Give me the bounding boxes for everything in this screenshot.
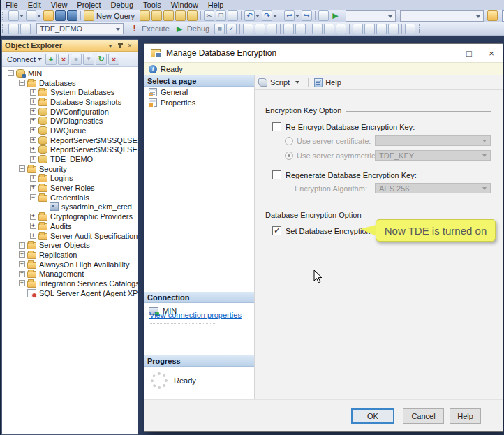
dialog-titlebar[interactable]: Manage Database Encryption — □ × <box>144 44 503 62</box>
execute-button[interactable]: Execute <box>142 24 170 33</box>
paste-icon[interactable] <box>228 10 238 21</box>
tree-row[interactable]: sysadmin_ekm_cred <box>2 202 138 212</box>
connect-icon[interactable] <box>45 54 57 65</box>
menu-item[interactable]: View <box>46 0 73 10</box>
menu-item[interactable]: Window <box>166 0 203 10</box>
include-actual-plan-icon[interactable] <box>295 24 306 34</box>
dmx-query-icon[interactable] <box>175 10 186 21</box>
tree-row[interactable]: DWDiagnostics <box>2 116 138 126</box>
results-to-grid-icon[interactable] <box>324 24 334 34</box>
tree-row[interactable]: MIN <box>2 68 138 78</box>
tree-item-label[interactable]: Server Objects <box>39 241 90 249</box>
menu-item[interactable]: Project <box>72 0 105 10</box>
tree-expander[interactable] <box>19 80 25 86</box>
menu-item[interactable]: Edit <box>23 0 46 10</box>
tree-item-label[interactable]: Databases <box>39 79 76 87</box>
tree-item-label[interactable]: TDE_DEMO <box>50 155 93 163</box>
specify-template-values-icon[interactable] <box>283 24 294 34</box>
tree-expander[interactable] <box>8 70 14 76</box>
tree-item-label[interactable]: Logins <box>50 174 73 182</box>
navigate-back-icon[interactable] <box>284 10 295 21</box>
tree-expander[interactable] <box>30 233 36 239</box>
tree-item-label[interactable]: Credentials <box>50 193 89 202</box>
tree-expander[interactable] <box>30 108 36 115</box>
new-query-icon[interactable] <box>84 10 94 21</box>
tree-row[interactable]: TDE_DEMO <box>2 154 138 164</box>
tree-row[interactable]: ReportServer$MSSQLSERVER <box>2 135 138 145</box>
stop-icon[interactable] <box>71 54 82 65</box>
new-query-button[interactable]: New Query <box>96 12 135 20</box>
tree-item-label[interactable]: sysadmin_ekm_cred <box>61 202 132 211</box>
activity-monitor-icon[interactable] <box>318 10 329 21</box>
tree-expander[interactable] <box>30 98 36 105</box>
window-position-icon[interactable]: ▾ <box>105 41 115 50</box>
tree-row[interactable]: Management <box>2 269 138 279</box>
new-connection-icon[interactable] <box>8 10 19 21</box>
tree-item-label[interactable]: System Databases <box>50 88 114 96</box>
cut-icon[interactable] <box>204 10 214 21</box>
toolbar-overflow-icon[interactable] <box>419 24 422 33</box>
execute-icon[interactable] <box>129 24 140 34</box>
tree-expander[interactable] <box>30 194 36 200</box>
design-query-icon[interactable] <box>255 24 265 34</box>
close-icon[interactable]: × <box>480 45 503 61</box>
maximize-icon[interactable]: □ <box>458 45 480 61</box>
help-toolbar-button[interactable]: Help <box>325 78 341 87</box>
tree-expander[interactable] <box>30 147 36 153</box>
tree-item-label[interactable]: AlwaysOn High Availability <box>39 260 129 269</box>
disconnect-icon[interactable] <box>58 54 69 65</box>
save-results-icon[interactable] <box>267 24 277 34</box>
help-button[interactable]: Help <box>450 408 481 424</box>
database-engine-query-icon[interactable] <box>151 10 162 21</box>
tree-row[interactable]: Server Roles <box>2 183 138 193</box>
tree-row[interactable]: AlwaysOn High Availability <box>2 260 138 270</box>
new-query-icon[interactable] <box>140 10 150 21</box>
reencrypt-checkbox[interactable] <box>272 122 281 131</box>
undo-icon[interactable] <box>244 10 255 21</box>
tree-item-label[interactable]: SQL Server Agent (Agent XPs disabl <box>39 289 138 297</box>
open-file-icon[interactable] <box>43 10 54 21</box>
change-connection-icon[interactable] <box>8 24 19 34</box>
tree-expander[interactable] <box>30 185 36 191</box>
tree-expander[interactable] <box>30 118 36 124</box>
increase-indent-icon[interactable] <box>388 24 399 34</box>
tree-row[interactable]: Security <box>2 164 138 174</box>
script-button[interactable]: Script <box>270 78 290 87</box>
tree-row[interactable]: Database Snapshots <box>2 97 138 107</box>
comment-out-icon[interactable] <box>353 24 363 34</box>
redo-icon[interactable] <box>262 10 272 21</box>
tree-expander[interactable] <box>19 165 25 172</box>
toolbar-combo-2[interactable] <box>400 10 484 22</box>
tree-item-label[interactable]: DWDiagnostics <box>50 117 103 125</box>
close-icon[interactable]: × <box>125 41 135 50</box>
tree-row[interactable]: Credentials <box>2 193 138 202</box>
page-list-item[interactable]: Properties <box>144 97 254 108</box>
menu-item[interactable]: Help <box>203 0 229 10</box>
tree-expander[interactable] <box>30 89 36 96</box>
parse-icon[interactable] <box>226 24 237 34</box>
regenerate-checkbox[interactable] <box>272 170 281 179</box>
decrease-indent-icon[interactable] <box>376 24 387 34</box>
layout-icon[interactable] <box>26 10 36 21</box>
tree-row[interactable]: Databases <box>2 78 138 88</box>
tree-item-label[interactable]: Server Roles <box>50 184 95 192</box>
tree-item-label[interactable]: Security <box>39 165 67 173</box>
debug-button[interactable]: Debug <box>187 24 209 33</box>
debug-icon[interactable] <box>175 24 185 34</box>
tree-item-label[interactable]: Management <box>39 270 84 278</box>
set-database-encryption-on-checkbox[interactable] <box>272 226 281 235</box>
tree-row[interactable]: DWQueue <box>2 126 138 135</box>
tree-expander[interactable] <box>30 156 36 163</box>
delete-icon[interactable] <box>108 54 119 65</box>
save-icon[interactable] <box>55 10 66 21</box>
save-all-icon[interactable] <box>67 10 77 21</box>
tree-row[interactable]: Logins <box>2 174 138 184</box>
tree-expander[interactable] <box>30 127 36 133</box>
tree-item-label[interactable]: MIN <box>28 69 42 78</box>
cancel-button[interactable]: Cancel <box>403 408 444 424</box>
script-dropdown-icon[interactable] <box>295 81 299 84</box>
tree-expander[interactable] <box>30 175 36 182</box>
start-icon[interactable] <box>330 10 341 21</box>
xmla-query-icon[interactable] <box>187 10 198 21</box>
uncomment-icon[interactable] <box>364 24 375 34</box>
